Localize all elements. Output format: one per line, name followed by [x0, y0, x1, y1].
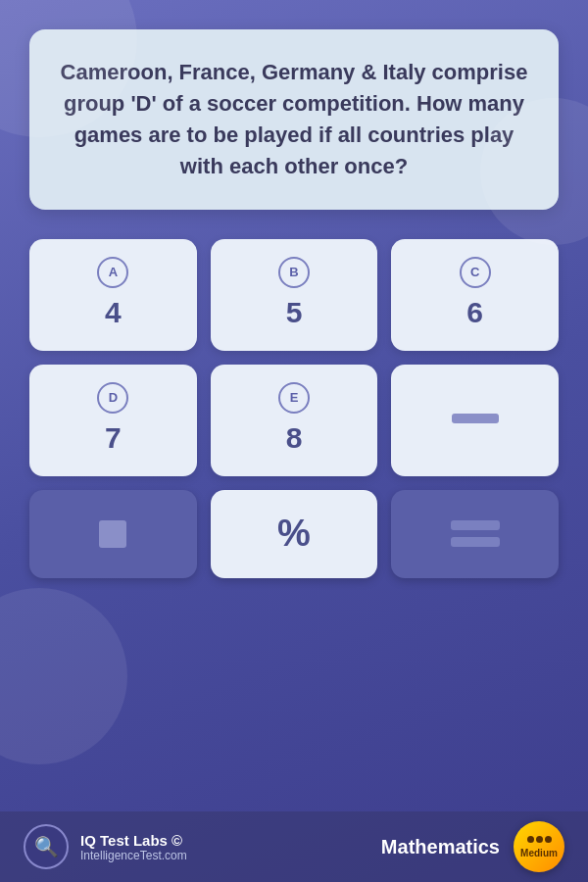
difficulty-label: Medium [520, 848, 558, 858]
dot-3 [545, 836, 552, 843]
answer-b-value: 5 [286, 296, 303, 329]
difficulty-badge: Medium [514, 821, 564, 872]
answer-c-label: C [460, 257, 491, 288]
main-container: Cameroon, France, Germany & Italy compri… [0, 0, 588, 882]
answer-a-value: 4 [105, 296, 122, 329]
answer-grid: A 4 B 5 C 6 D 7 E [29, 239, 559, 476]
footer: 🔍 IQ Test Labs © IntelligenceTest.com Ma… [0, 811, 588, 882]
equals-icon [451, 520, 500, 547]
question-text: Cameroon, France, Germany & Italy compri… [59, 57, 529, 182]
answer-e-label: E [278, 382, 310, 414]
answer-e-button[interactable]: E 8 [211, 365, 378, 476]
brand-url: IntelligenceTest.com [80, 849, 187, 862]
logo-icon: 🔍 [34, 835, 59, 858]
answer-e-value: 8 [286, 421, 303, 455]
answer-b-button[interactable]: B 5 [211, 239, 378, 351]
percent-icon: % [277, 513, 311, 555]
footer-right: Mathematics Medium [381, 821, 564, 872]
question-card: Cameroon, France, Germany & Italy compri… [29, 29, 559, 210]
minus-bar-icon [452, 414, 499, 423]
answer-d-value: 7 [105, 421, 122, 455]
answer-c-button[interactable]: C 6 [391, 239, 559, 351]
answer-a-button[interactable]: A 4 [29, 239, 197, 351]
category-label: Mathematics [381, 836, 500, 858]
answer-a-label: A [97, 257, 128, 288]
percent-button[interactable]: % [211, 490, 378, 578]
answer-b-label: B [278, 257, 310, 288]
square-icon [99, 520, 126, 548]
equals-button[interactable] [391, 490, 559, 578]
special-grid: % [29, 490, 559, 578]
answer-d-button[interactable]: D 7 [29, 365, 197, 476]
answer-d-label: D [97, 382, 128, 414]
brand-text-block: IQ Test Labs © IntelligenceTest.com [80, 832, 187, 862]
footer-left: 🔍 IQ Test Labs © IntelligenceTest.com [24, 824, 187, 869]
brand-logo: 🔍 [24, 824, 69, 869]
dot-2 [536, 836, 543, 843]
difficulty-dots [527, 836, 552, 843]
square-fill-button[interactable] [29, 490, 197, 578]
answer-c-value: 6 [466, 296, 483, 329]
brand-name: IQ Test Labs © [80, 832, 187, 849]
dot-1 [527, 836, 534, 843]
minus-bar-button[interactable] [391, 365, 559, 476]
